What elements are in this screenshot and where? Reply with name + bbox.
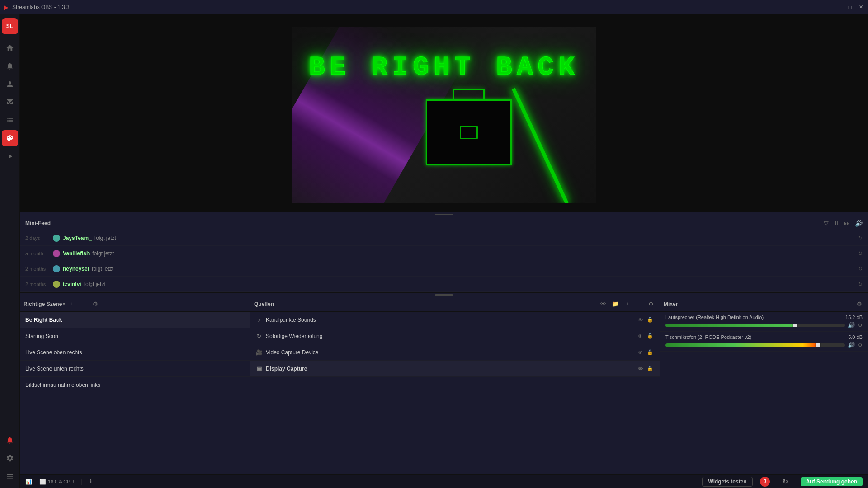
source-eye-icon[interactable]: 👁 [636, 316, 644, 324]
scenes-settings-button[interactable]: ⚙ [90, 299, 100, 309]
source-item[interactable]: ↻ Sofortige Wiederholung 👁 🔒 [250, 328, 660, 344]
source-lock-icon[interactable]: 🔒 [646, 316, 654, 324]
sources-settings-button[interactable]: ⚙ [646, 299, 656, 309]
feed-avatar [53, 235, 60, 242]
mini-feed-title: Mini-Feed [25, 220, 51, 226]
scenes-remove-button[interactable]: − [79, 299, 89, 309]
sidebar-item-more[interactable] [2, 468, 18, 484]
resize-handle-preview[interactable] [20, 212, 868, 216]
mixer-slider-handle[interactable] [793, 324, 797, 327]
refresh-button[interactable]: ↻ [777, 477, 793, 487]
bottom-panels: Richtige Szene ▾ + − ⚙ Be Right BackStar… [20, 296, 868, 488]
scenes-title: Richtige Szene [24, 301, 62, 307]
sidebar-item-home[interactable] [2, 40, 18, 56]
scene-item[interactable]: Bildschirmaufnahme oben links [20, 377, 250, 393]
sidebar-item-chart[interactable] [2, 112, 18, 128]
source-lock-icon[interactable]: 🔒 [646, 365, 654, 373]
scenes-dropdown[interactable]: Richtige Szene ▾ [24, 301, 65, 307]
scene-item[interactable]: Live Scene oben rechts [20, 344, 250, 361]
resize-handle-bottom[interactable] [20, 293, 868, 296]
mixer-slider-handle[interactable] [816, 343, 820, 347]
mixer-item-header: Lautsprecher (Realtek High Definition Au… [665, 314, 863, 320]
brb-preview-text: BE RIGHT BACK [309, 52, 579, 83]
source-item[interactable]: ▣ Display Capture 👁 🔒 [250, 361, 660, 377]
preview-area: BE RIGHT BACK [20, 14, 868, 212]
sidebar-logo[interactable]: SL [2, 18, 18, 34]
feed-item[interactable]: 2 months neyneysel folgt jetzt ↻ [20, 261, 868, 277]
feed-time: 2 months [25, 282, 50, 287]
mixer-devices: Lautsprecher (Realtek High Definition Au… [660, 312, 868, 352]
sources-remove-button[interactable]: − [634, 299, 644, 309]
feed-username: tzvinlvi [63, 281, 81, 287]
scenes-add-button[interactable]: + [67, 299, 77, 309]
source-lock-icon[interactable]: 🔒 [646, 332, 654, 340]
feed-action: folgt jetzt [92, 266, 113, 272]
minimize-button[interactable]: — [835, 4, 843, 11]
scene-name: Be Right Back [25, 317, 62, 323]
mini-feed-filter-icon[interactable]: ▽ [824, 220, 829, 227]
feed-item[interactable]: a month Vanillefish folgt jetzt ↻ [20, 246, 868, 261]
scene-item[interactable]: Starting Soon [20, 328, 250, 344]
scene-name: Live Scene oben rechts [25, 349, 82, 356]
source-type-icon: ▣ [256, 366, 262, 372]
sidebar-item-alert[interactable] [2, 58, 18, 74]
maximize-button[interactable]: □ [846, 4, 854, 11]
source-item[interactable]: 🎥 Video Capture Device 👁 🔒 [250, 344, 660, 361]
mixer-slider[interactable] [665, 324, 845, 327]
feed-action: folgt jetzt [92, 250, 114, 257]
mini-feed-panel: Mini-Feed ▽ ⏸ ⏭ 🔊 2 days JaysTeam_ folgt… [20, 216, 868, 293]
feed-items: 2 days JaysTeam_ folgt jetzt ↻ a month V… [20, 230, 868, 292]
feed-item[interactable]: 2 days JaysTeam_ folgt jetzt ↻ [20, 230, 868, 246]
feed-avatar [53, 250, 60, 257]
feed-avatar [53, 281, 60, 288]
cpu-label: 18.0% CPU [48, 479, 74, 484]
source-name: Video Capture Device [266, 349, 632, 356]
mixer-slider[interactable] [665, 343, 845, 347]
sources-add-button[interactable]: + [623, 299, 632, 309]
feed-item-refresh-icon[interactable]: ↻ [858, 266, 863, 272]
source-controls: 👁 🔒 [636, 316, 654, 324]
scene-name: Live Scene unten rechts [25, 366, 84, 372]
sidebar-item-theme[interactable] [2, 130, 18, 146]
mini-feed-header: Mini-Feed ▽ ⏸ ⏭ 🔊 [20, 216, 868, 230]
source-lock-icon[interactable]: 🔒 [646, 348, 654, 357]
mixer-title: Mixer [664, 301, 853, 307]
sidebar-item-store[interactable] [2, 94, 18, 110]
scene-item[interactable]: Live Scene unten rechts [20, 361, 250, 377]
user-avatar[interactable]: J [760, 477, 770, 487]
sidebar-item-person[interactable] [2, 76, 18, 92]
chart-icon: 📊 [25, 479, 32, 485]
mini-feed-pause-icon[interactable]: ⏸ [833, 220, 840, 227]
feed-item-refresh-icon[interactable]: ↻ [858, 281, 863, 287]
feed-item[interactable]: 2 months tzvinlvi folgt jetzt ↻ [20, 277, 868, 292]
mini-feed-forward-icon[interactable]: ⏭ [844, 220, 850, 227]
feed-username: Vanillefish [63, 250, 90, 257]
widgets-test-button[interactable]: Widgets testen [702, 477, 752, 487]
source-eye-icon[interactable]: 👁 [636, 365, 644, 373]
feed-action: folgt jetzt [84, 281, 106, 287]
mixer-item-settings-icon[interactable]: ⚙ [858, 342, 863, 348]
close-button[interactable]: ✕ [857, 4, 864, 11]
source-type-icon: ♪ [256, 317, 262, 323]
sources-folder-icon[interactable]: 📁 [610, 300, 621, 308]
status-info[interactable]: ℹ [90, 479, 92, 484]
app-logo-icon: ▶ [4, 4, 9, 11]
sources-eye-icon[interactable]: 👁 [599, 300, 608, 308]
sidebar-item-settings[interactable] [2, 450, 18, 466]
source-eye-icon[interactable]: 👁 [636, 348, 644, 357]
sidebar-item-highlight[interactable] [2, 148, 18, 164]
feed-item-refresh-icon[interactable]: ↻ [858, 250, 863, 257]
mixer-settings-button[interactable]: ⚙ [854, 299, 864, 309]
feed-item-refresh-icon[interactable]: ↻ [858, 235, 863, 241]
mixer-item-settings-icon[interactable]: ⚙ [858, 322, 863, 328]
source-item[interactable]: ♪ Kanalpunkte Sounds 👁 🔒 [250, 312, 660, 328]
mixer-volume-icon[interactable]: 🔊 [848, 322, 855, 328]
source-controls: 👁 🔒 [636, 332, 654, 340]
mixer-volume-icon[interactable]: 🔊 [848, 342, 855, 348]
source-name: Display Capture [266, 366, 632, 372]
sidebar-item-notifications[interactable] [2, 432, 18, 448]
go-live-button[interactable]: Auf Sendung gehen [801, 477, 863, 486]
mini-feed-volume-icon[interactable]: 🔊 [855, 220, 863, 227]
source-eye-icon[interactable]: 👁 [636, 332, 644, 340]
scene-item[interactable]: Be Right Back [20, 312, 250, 328]
